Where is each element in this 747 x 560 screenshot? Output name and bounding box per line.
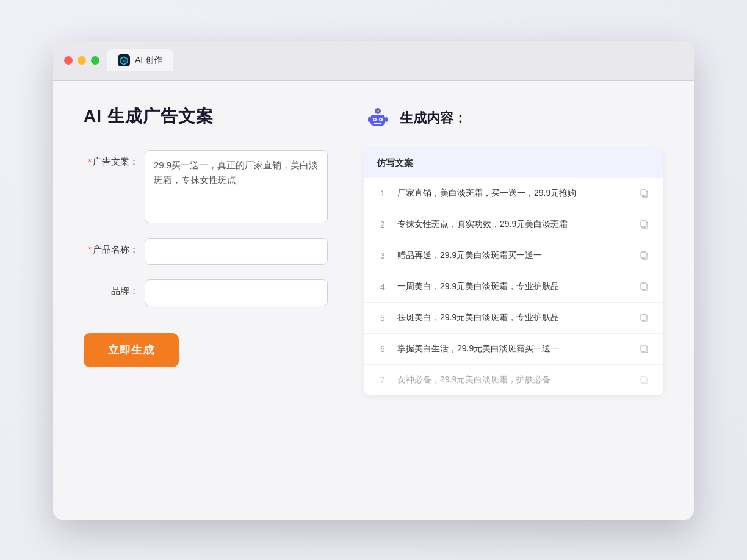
table-row-faded: 7 女神必备，29.9元美白淡斑霜，护肤必备 (364, 365, 663, 395)
row-number-4: 4 (377, 282, 389, 292)
product-name-input[interactable]: 美白淡斑霜 (145, 238, 328, 265)
brand-label: 品牌： (84, 279, 139, 297)
row-content-4: 一周美白，29.9元美白淡斑霜，专业护肤品 (397, 280, 629, 293)
svg-rect-22 (641, 314, 646, 320)
copy-icon-2[interactable] (638, 218, 651, 231)
copy-icon-5[interactable] (638, 311, 651, 325)
svg-rect-20 (641, 283, 646, 289)
copy-icon-4[interactable] (638, 280, 651, 293)
tab-label: AI 创作 (135, 55, 162, 66)
table-row: 6 掌握美白生活，29.9元美白淡斑霜买一送一 (364, 334, 663, 365)
main-layout: AI 生成广告文案 *广告文案： 29.9买一送一，真正的厂家直销，美白淡斑霜，… (84, 105, 663, 395)
svg-rect-18 (641, 252, 646, 258)
row-number-2: 2 (377, 220, 389, 229)
svg-rect-9 (374, 123, 381, 124)
svg-rect-14 (641, 190, 646, 196)
ad-copy-group: *广告文案： 29.9买一送一，真正的厂家直销，美白淡斑霜，专抹女性斑点 (84, 150, 328, 223)
row-number-3: 3 (377, 251, 389, 260)
svg-rect-16 (641, 221, 646, 227)
browser-window: AI AI 创作 AI 生成广告文案 *广告文案： 29.9买一送一，真正的厂家… (53, 41, 694, 520)
table-row: 3 赠品再送，29.9元美白淡斑霜买一送一 (364, 240, 663, 271)
table-row: 4 一周美白，29.9元美白淡斑霜，专业护肤品 (364, 271, 663, 303)
ai-creation-tab[interactable]: AI AI 创作 (107, 49, 173, 71)
titlebar: AI AI 创作 (53, 41, 694, 81)
svg-rect-11 (385, 117, 388, 122)
left-panel: AI 生成广告文案 *广告文案： 29.9买一送一，真正的厂家直销，美白淡斑霜，… (84, 105, 328, 395)
svg-point-7 (374, 118, 376, 120)
page-title: AI 生成广告文案 (84, 105, 328, 128)
table-header: 仿写文案 (364, 149, 663, 178)
required-star-1: * (88, 156, 92, 167)
row-content-6: 掌握美白生活，29.9元美白淡斑霜买一送一 (397, 342, 629, 355)
required-star-2: * (88, 244, 92, 254)
right-panel: 生成内容： 仿写文案 1 厂家直销，美白淡斑霜，买一送一，29.9元抢购 2 专… (364, 105, 663, 395)
copy-icon-7[interactable] (638, 373, 651, 387)
svg-point-12 (377, 110, 379, 112)
table-row: 1 厂家直销，美白淡斑霜，买一送一，29.9元抢购 (364, 178, 663, 209)
row-content-5: 祛斑美白，29.9元美白淡斑霜，专业护肤品 (397, 311, 629, 324)
generate-button[interactable]: 立即生成 (84, 333, 179, 367)
svg-text:AI: AI (122, 59, 126, 63)
row-number-5: 5 (377, 313, 389, 323)
fullscreen-button[interactable] (91, 56, 99, 65)
traffic-lights (64, 56, 99, 65)
svg-rect-10 (368, 117, 370, 122)
svg-rect-24 (641, 345, 646, 351)
minimize-button[interactable] (78, 56, 86, 65)
tab-ai-icon: AI (118, 54, 130, 66)
ad-copy-label: *广告文案： (84, 150, 139, 168)
table-row: 2 专抹女性斑点，真实功效，29.9元美白淡斑霜 (364, 209, 663, 240)
right-header: 生成内容： (364, 105, 663, 132)
table-row: 5 祛斑美白，29.9元美白淡斑霜，专业护肤品 (364, 303, 663, 334)
row-content-3: 赠品再送，29.9元美白淡斑霜买一送一 (397, 249, 629, 262)
row-number-7: 7 (377, 375, 389, 385)
close-button[interactable] (64, 56, 73, 65)
row-content-2: 专抹女性斑点，真实功效，29.9元美白淡斑霜 (397, 218, 629, 231)
brand-input[interactable]: 好白 (145, 279, 328, 306)
result-title: 生成内容： (400, 109, 467, 127)
product-name-label: *产品名称： (84, 238, 139, 256)
row-number-1: 1 (377, 188, 389, 198)
copy-icon-1[interactable] (638, 187, 651, 200)
robot-icon (364, 105, 391, 132)
svg-point-8 (380, 118, 382, 120)
product-name-group: *产品名称： 美白淡斑霜 (84, 238, 328, 265)
row-number-6: 6 (377, 344, 389, 354)
svg-rect-26 (641, 376, 646, 382)
result-table: 仿写文案 1 厂家直销，美白淡斑霜，买一送一，29.9元抢购 2 专抹女性斑点，… (364, 149, 663, 395)
row-content-7: 女神必备，29.9元美白淡斑霜，护肤必备 (397, 373, 629, 386)
row-content-1: 厂家直销，美白淡斑霜，买一送一，29.9元抢购 (397, 187, 629, 199)
brand-group: 品牌： 好白 (84, 279, 328, 306)
browser-content: AI 生成广告文案 *广告文案： 29.9买一送一，真正的厂家直销，美白淡斑霜，… (53, 81, 694, 520)
copy-icon-3[interactable] (638, 249, 651, 262)
copy-icon-6[interactable] (638, 342, 651, 356)
ad-copy-textarea[interactable]: 29.9买一送一，真正的厂家直销，美白淡斑霜，专抹女性斑点 (145, 150, 328, 223)
